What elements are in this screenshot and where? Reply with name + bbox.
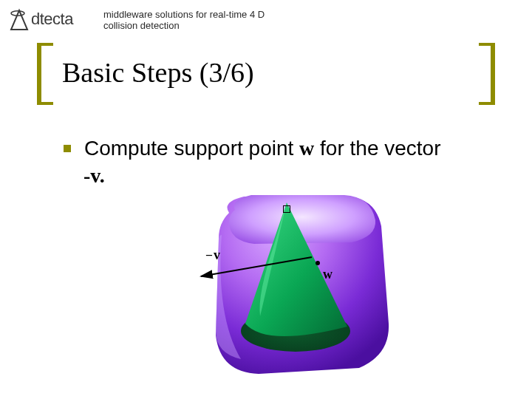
- brand-logo: dtecta: [9, 4, 73, 34]
- title-box: Basic Steps (3/6): [37, 43, 495, 105]
- bullet-icon: [64, 145, 71, 152]
- tagline-line-1: middleware solutions for real-time 4 D: [103, 9, 265, 20]
- body-area: Compute support point w for the vector -…: [64, 136, 517, 188]
- slide: dtecta middleware solutions for real-tim…: [0, 0, 532, 399]
- label-minus-v: –v: [206, 248, 220, 263]
- bullet-var-w: w: [299, 137, 314, 160]
- bullet-prefix: Compute support point: [84, 137, 299, 160]
- bullet-suffix: for the vector: [314, 137, 440, 160]
- brand-tagline: middleware solutions for real-time 4 D c…: [103, 9, 296, 31]
- solid-illustration: [177, 183, 399, 383]
- label-v: v: [214, 248, 220, 262]
- slide-title: Basic Steps (3/6): [62, 56, 254, 89]
- bracket-right-icon: [479, 43, 495, 105]
- bullet-text: Compute support point w for the vector: [84, 137, 440, 160]
- bullet-row: Compute support point w for the vector -…: [64, 136, 517, 188]
- figure: –v w: [177, 183, 399, 383]
- bullet-content: Compute support point w for the vector -…: [84, 136, 440, 188]
- brand-mark-icon: [9, 7, 30, 31]
- apex-marker-icon: [283, 205, 290, 213]
- brand-name: dtecta: [31, 10, 73, 29]
- bracket-left-icon: [37, 43, 53, 105]
- label-w: w: [323, 267, 332, 282]
- tagline-line-2: collision detection: [103, 20, 180, 31]
- support-point-dot-icon: [316, 261, 320, 265]
- label-minus-sign: –: [206, 248, 212, 261]
